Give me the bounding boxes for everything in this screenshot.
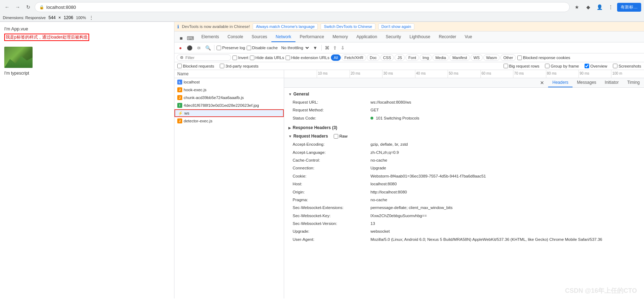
tab-vue[interactable]: Vue [460, 32, 476, 42]
tab-icons: ■ ⌨ [174, 34, 197, 42]
file-item-ws[interactable]: ⚡ws [174, 109, 284, 117]
invert-input[interactable] [232, 56, 237, 60]
throttle-down-button[interactable]: ▼ [311, 44, 319, 52]
hide-data-checkbox[interactable]: Hide data URLs [250, 56, 284, 60]
address-bar[interactable]: 🔒 localhost:8080 [35, 2, 570, 12]
file-item-localhost[interactable]: Llocalhost [174, 78, 284, 86]
screenshots-checkbox[interactable]: Screenshots [613, 64, 641, 68]
filter-button[interactable]: ⛭ [195, 44, 203, 52]
device-icon[interactable]: ⌨ [186, 34, 194, 42]
wifi-icon-btn[interactable]: ⌘ [324, 44, 331, 51]
download-icon-btn[interactable]: ⇩ [339, 44, 346, 51]
tab-initiator[interactable]: Initiator [600, 78, 623, 87]
zoom-select[interactable]: 100% [76, 16, 86, 20]
preview-ts-text: I'm typescript [4, 71, 170, 76]
upload-icon-btn[interactable]: ⇧ [332, 44, 339, 51]
throttle-select[interactable]: No throttling Fast 3G Slow 3G [279, 45, 310, 51]
tab-headers[interactable]: Headers [548, 78, 573, 87]
tab-application[interactable]: Application [352, 32, 381, 42]
status-code-key: Status Code: [293, 115, 370, 121]
clear-button[interactable]: ⚫ [186, 44, 194, 52]
file-item-detector-exec-js[interactable]: Jdetector-exec.js [174, 117, 284, 125]
filter-type-media[interactable]: Media [432, 54, 449, 61]
filter-type-doc[interactable]: Doc [367, 54, 380, 61]
tab-performance[interactable]: Performance [295, 32, 328, 42]
preserve-log-input[interactable] [217, 46, 221, 50]
filter-type-css[interactable]: CSS [380, 54, 394, 61]
filter-type-fetch/xhr[interactable]: Fetch/XHR [341, 54, 366, 61]
filter-type-font[interactable]: Font [406, 54, 419, 61]
preserve-log-checkbox[interactable]: Preserve log [217, 46, 245, 50]
invert-checkbox[interactable]: Invert [232, 56, 248, 60]
filter-input[interactable] [185, 56, 228, 60]
big-rows-label: Big request rows [509, 64, 540, 68]
group-frame-checkbox[interactable]: Group by frame [545, 64, 579, 68]
forward-button[interactable]: → [13, 3, 22, 11]
refresh-button[interactable]: ↻ [24, 3, 33, 11]
blocked-response-checkbox[interactable]: Blocked response cookies [517, 56, 570, 60]
match-language-button[interactable]: Always match Chrome's language [253, 23, 318, 30]
file-name-text: 4dec81f6788f10e0d31ed28e220623ef.jpg [184, 103, 259, 108]
back-button[interactable]: ← [3, 3, 11, 11]
tab-network[interactable]: Network [271, 32, 295, 42]
file-item-chunk-acd39bb5e724aa6aaafb-js[interactable]: Jchunk-acd39bb5e724aa6aaafb.js [174, 94, 284, 101]
tab-messages[interactable]: Messages [573, 78, 600, 87]
third-party-checkbox[interactable]: 3rd-party requests [220, 64, 258, 68]
filter-type-js[interactable]: JS [395, 54, 405, 61]
req-header-key-6: Origin: [293, 189, 370, 195]
overview-checkbox[interactable]: Overview [585, 64, 607, 68]
filter-type-manifest[interactable]: Manifest [449, 54, 470, 61]
general-section-header[interactable]: ▼ General [288, 91, 640, 98]
big-rows-input[interactable] [504, 64, 508, 68]
overview-input[interactable] [585, 64, 589, 68]
tab-elements[interactable]: Elements [197, 32, 223, 42]
disable-cache-input[interactable] [247, 46, 251, 50]
panel-close-button[interactable]: ✕ [538, 79, 546, 87]
group-frame-input[interactable] [545, 64, 550, 68]
disable-cache-checkbox[interactable]: Disable cache [247, 46, 278, 50]
response-headers-section[interactable]: ▶ Response Headers (3) [288, 124, 640, 131]
raw-checkbox[interactable]: Raw [334, 134, 347, 139]
extension-button[interactable]: ◆ [583, 2, 593, 12]
big-rows-checkbox[interactable]: Big request rows [504, 64, 540, 68]
more-options-button[interactable]: ⋮ [89, 15, 94, 21]
blocked-requests-checkbox[interactable]: Blocked requests [177, 64, 214, 68]
request-headers-section[interactable]: ▼ Request Headers Raw [288, 133, 640, 140]
hide-ext-checkbox[interactable]: Hide extension URLs [286, 56, 329, 60]
third-party-input[interactable] [220, 64, 224, 68]
width-value: 544 [48, 15, 56, 20]
blocked-requests-input[interactable] [177, 64, 182, 68]
toolbar-divider-1 [214, 45, 214, 51]
tab-timing[interactable]: Timing [623, 78, 644, 87]
tab-security[interactable]: Security [381, 32, 405, 42]
tab-recorder[interactable]: Recorder [435, 32, 460, 42]
filter-type-img[interactable]: Img [420, 54, 432, 61]
bookmark-button[interactable]: ★ [572, 2, 582, 12]
tab-console[interactable]: Console [223, 32, 247, 42]
dont-show-button[interactable]: Don't show again [378, 23, 414, 30]
profile-button[interactable]: 👤 [594, 2, 604, 12]
tab-memory[interactable]: Memory [328, 32, 352, 42]
screenshots-input[interactable] [613, 64, 617, 68]
req-header-key-9: Sec-Websocket-Key: [293, 213, 370, 219]
filter-type-other[interactable]: Other [500, 54, 516, 61]
new-tab-button[interactable]: 有新标… [617, 3, 641, 12]
switch-chinese-button[interactable]: Switch DevTools to Chinese [321, 23, 375, 30]
inspect-icon[interactable]: ■ [177, 34, 185, 42]
filter-type-all[interactable]: All [331, 54, 341, 61]
hide-ext-input[interactable] [286, 56, 290, 60]
raw-input[interactable] [334, 134, 338, 139]
record-button[interactable]: ● [177, 44, 184, 52]
menu-button[interactable]: ⋮ [606, 2, 616, 12]
tab-sources[interactable]: Sources [247, 32, 271, 42]
filter-type-ws[interactable]: WS [471, 54, 483, 61]
search-button[interactable]: 🔍 [204, 44, 212, 52]
filter-type-wasm[interactable]: Wasm [483, 54, 500, 61]
hide-data-input[interactable] [250, 56, 254, 60]
response-triangle: ▶ [288, 126, 291, 130]
dimensions-select[interactable]: Dimensions: Responsive [3, 16, 46, 20]
tab-lighthouse[interactable]: Lighthouse [405, 32, 435, 42]
file-item-4dec81f6788f10e0d31ed28e220623ef-jpg[interactable]: I4dec81f6788f10e0d31ed28e220623ef.jpg [174, 101, 284, 109]
blocked-response-input[interactable] [517, 56, 522, 60]
file-item-hook-exec-js[interactable]: Jhook-exec.js [174, 86, 284, 94]
